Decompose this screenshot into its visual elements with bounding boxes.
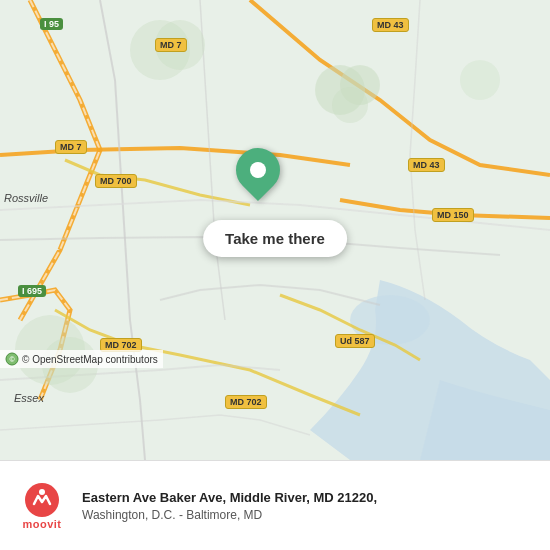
svg-point-13 [39,489,45,495]
take-me-there-button[interactable]: Take me there [203,220,347,257]
info-bar: moovit Eastern Ave Baker Ave, Middle Riv… [0,460,550,550]
map-container: I 95 MD 7 MD 43 MD 43 MD 7 MD 700 MD 150… [0,0,550,460]
md150-label: MD 150 [432,208,474,222]
i695-label: I 695 [18,285,46,297]
md43-top-label: MD 43 [372,18,409,32]
moovit-logo: moovit [12,482,72,530]
i95-label: I 95 [40,18,63,30]
md702-right-label: MD 702 [225,395,267,409]
moovit-label: moovit [22,518,61,530]
essex-label: Essex [14,392,44,404]
map-attribution: © © OpenStreetMap contributors [0,350,163,368]
address-line: Eastern Ave Baker Ave, Middle River, MD … [82,489,538,507]
md700-label: MD 700 [95,174,137,188]
address-subtitle: Washington, D.C. - Baltimore, MD [82,508,538,522]
md7-top-label: MD 7 [155,38,187,52]
md43-mid-label: MD 43 [408,158,445,172]
address-info: Eastern Ave Baker Ave, Middle River, MD … [82,489,538,521]
rossville-label: Rossville [4,192,48,204]
svg-text:©: © [9,356,15,363]
svg-point-7 [460,60,500,100]
md587-label: Ud 587 [335,334,375,348]
map-pin [236,148,280,192]
svg-point-4 [332,87,368,123]
md7-mid-label: MD 7 [55,140,87,154]
